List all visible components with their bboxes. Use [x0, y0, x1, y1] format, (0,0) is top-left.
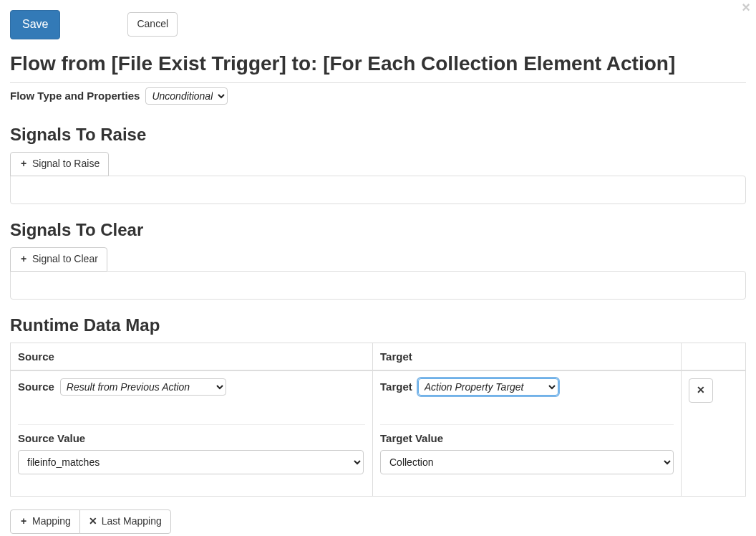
cancel-button[interactable]: Cancel — [127, 12, 178, 37]
col-source: Source — [11, 343, 373, 370]
mapping-footer: + Mapping ✕ Last Mapping — [10, 509, 746, 534]
add-mapping-button[interactable]: + Mapping — [10, 509, 80, 534]
flow-type-select[interactable]: Unconditional — [145, 87, 228, 105]
close-icon: ✕ — [89, 515, 97, 529]
toolbar: Save Cancel — [10, 10, 746, 39]
signals-to-raise-panel — [10, 176, 746, 204]
flow-type-label: Flow Type and Properties — [10, 90, 140, 102]
target-label: Target — [380, 381, 412, 393]
source-select[interactable]: Result from Previous Action — [60, 378, 226, 396]
signals-to-raise-heading: Signals To Raise — [10, 125, 746, 145]
signals-to-clear-panel — [10, 271, 746, 300]
runtime-data-map-heading: Runtime Data Map — [10, 315, 746, 335]
add-signal-to-clear-button[interactable]: + Signal to Clear — [10, 247, 107, 272]
remove-last-mapping-button[interactable]: ✕ Last Mapping — [79, 509, 171, 534]
col-target: Target — [373, 343, 682, 370]
signal-to-raise-label: Signal to Raise — [32, 157, 100, 171]
target-value-label: Target Value — [380, 424, 674, 444]
signal-to-clear-label: Signal to Clear — [32, 252, 98, 267]
remove-mapping-button[interactable]: ✕ — [689, 378, 713, 403]
col-actions — [682, 343, 746, 370]
signals-to-clear-heading: Signals To Clear — [10, 220, 746, 240]
target-select[interactable]: Action Property Target — [418, 378, 558, 396]
close-icon: ✕ — [697, 383, 705, 398]
source-label: Source — [18, 381, 54, 393]
table-row: Source Result from Previous Action Sourc… — [11, 370, 746, 497]
datamap-table: Source Target Source Result from Previou… — [10, 343, 746, 497]
last-mapping-label: Last Mapping — [102, 515, 162, 529]
source-value-label: Source Value — [18, 424, 365, 444]
close-icon[interactable]: × — [742, 0, 750, 14]
source-value-select[interactable]: fileinfo_matches — [18, 450, 364, 474]
plus-icon: + — [19, 515, 28, 529]
page-title: Flow from [File Exist Trigger] to: [For … — [10, 52, 746, 75]
flow-type-row: Flow Type and Properties Unconditional — [10, 82, 746, 109]
plus-icon: + — [19, 157, 28, 171]
mapping-label: Mapping — [32, 515, 71, 529]
target-value-select[interactable]: Collection — [380, 450, 674, 474]
save-button[interactable]: Save — [10, 10, 60, 39]
plus-icon: + — [19, 252, 28, 267]
add-signal-to-raise-button[interactable]: + Signal to Raise — [10, 152, 109, 176]
